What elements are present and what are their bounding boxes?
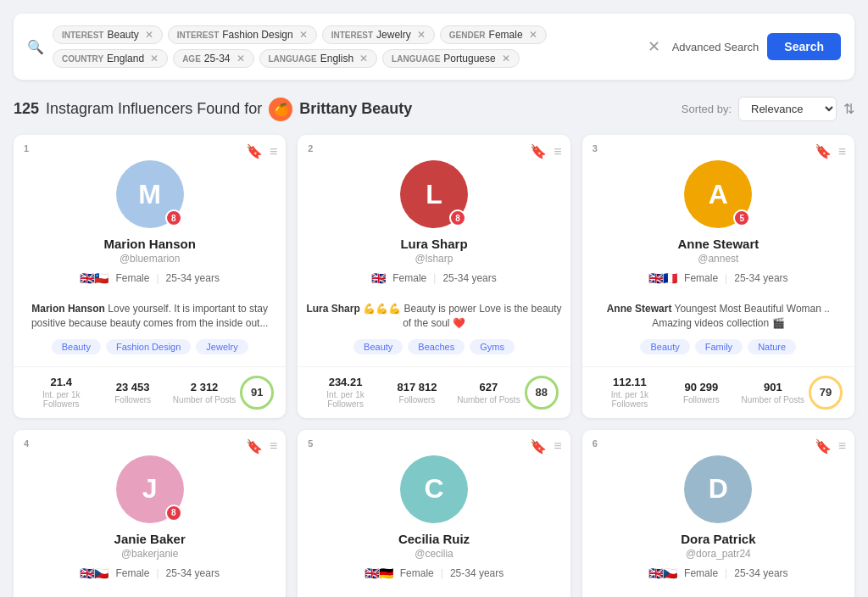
flag-icon: 🇬🇧🇨🇿 bbox=[80, 566, 108, 580]
influencer-handle: @annest bbox=[698, 253, 738, 265]
tag-value: Female bbox=[489, 29, 523, 41]
tag-lang-portuguese: LANGUAGE Portuguese ✕ bbox=[382, 49, 520, 68]
interest-tag: Beaches bbox=[408, 339, 465, 354]
sort-label: Sorted by: bbox=[682, 103, 732, 115]
avatar-wrap: D bbox=[684, 455, 752, 523]
menu-button[interactable]: ≡ bbox=[270, 438, 277, 455]
tag-gender-female: GENDER Female ✕ bbox=[440, 25, 547, 44]
meta-row: 🇬🇧🇫🇷 Female | 25-34 years bbox=[648, 271, 788, 285]
bookmark-button[interactable]: 🔖 bbox=[815, 143, 832, 159]
interest-tag: Fashion Design bbox=[106, 339, 191, 354]
sort-order-icon[interactable]: ⇅ bbox=[843, 101, 854, 117]
flag-icon: 🇬🇧🇨🇿 bbox=[648, 566, 677, 580]
stat-engagement-label: Int. per 1k Followers bbox=[594, 390, 665, 409]
influencer-name: Lura Sharp bbox=[400, 237, 467, 251]
meta-row: 🇬🇧🇨🇿 Female | 25-34 years bbox=[648, 566, 788, 580]
age-range: 25-34 years bbox=[450, 567, 504, 579]
tag-value: England bbox=[107, 53, 144, 64]
card-top: M 8 Marion Hanson @bluemarion 🇬🇧🇨🇱 Femal… bbox=[14, 135, 286, 302]
sort-select[interactable]: RelevanceFollowersEngagement bbox=[738, 97, 837, 121]
stat-engagement: 21.4 Int. per 1k Followers bbox=[25, 376, 97, 409]
bio-name: Marion Hanson bbox=[31, 303, 105, 315]
gender: Female bbox=[684, 567, 718, 579]
tag-close-icon[interactable]: ✕ bbox=[299, 29, 308, 41]
stat-posts: 901 Number of Posts bbox=[737, 381, 809, 405]
menu-button[interactable]: ≡ bbox=[838, 143, 846, 159]
bio-text: Lura Sharp 💪💪💪 Beauty is power Love is t… bbox=[298, 302, 570, 339]
clear-button[interactable]: ✕ bbox=[644, 34, 664, 59]
tag-label: GENDER bbox=[449, 31, 486, 40]
tag-label: LANGUAGE bbox=[269, 54, 317, 64]
avatar: C bbox=[400, 455, 468, 523]
results-title: 125 Instagram Influencers Found for 🍊 Br… bbox=[14, 98, 412, 121]
card-top: A 5 Anne Stewart @annest 🇬🇧🇫🇷 Female | 2… bbox=[582, 135, 854, 302]
tag-close-icon[interactable]: ✕ bbox=[417, 29, 426, 41]
tag-value: Jewelry bbox=[376, 29, 411, 41]
tag-label: INTEREST bbox=[331, 31, 373, 40]
tag-close-icon[interactable]: ✕ bbox=[145, 29, 153, 41]
influencer-name: Dora Patrick bbox=[681, 532, 755, 546]
score-circle: 88 bbox=[525, 376, 559, 410]
card-actions: 🔖 ≡ bbox=[530, 438, 561, 455]
tag-interest-fashion: INTEREST Fashion Design ✕ bbox=[168, 25, 317, 44]
stat-engagement-value: 112.11 bbox=[613, 376, 647, 388]
gender: Female bbox=[400, 567, 434, 579]
stat-posts-label: Number of Posts bbox=[173, 395, 236, 405]
tag-value: Portuguese bbox=[443, 53, 495, 64]
stat-engagement-value: 234.21 bbox=[329, 376, 363, 388]
age-range: 25-34 years bbox=[734, 567, 787, 579]
meta-row: 🇬🇧🇩🇪 Female | 25-34 years bbox=[364, 566, 504, 580]
bookmark-button[interactable]: 🔖 bbox=[530, 438, 547, 455]
menu-button[interactable]: ≡ bbox=[838, 438, 846, 455]
tag-close-icon[interactable]: ✕ bbox=[150, 53, 159, 64]
influencer-handle: @bluemarion bbox=[120, 253, 181, 265]
card-rank: 2 bbox=[308, 143, 313, 153]
menu-button[interactable]: ≡ bbox=[270, 143, 277, 159]
stat-engagement: 112.11 Int. per 1k Followers bbox=[594, 376, 665, 409]
stat-posts-value: 901 bbox=[764, 381, 782, 393]
bookmark-button[interactable]: 🔖 bbox=[815, 438, 832, 455]
avatar-badge: 8 bbox=[449, 209, 466, 226]
tag-close-icon[interactable]: ✕ bbox=[502, 53, 510, 64]
stat-posts-value: 627 bbox=[480, 381, 498, 393]
card-stats: 234.21 Int. per 1k Followers 817 812 Fol… bbox=[298, 366, 570, 418]
card-rank: 6 bbox=[593, 438, 598, 449]
search-button[interactable]: Search bbox=[767, 33, 841, 60]
gender: Female bbox=[392, 272, 426, 284]
tag-close-icon[interactable]: ✕ bbox=[359, 53, 368, 64]
menu-button[interactable]: ≡ bbox=[554, 143, 561, 159]
bookmark-button[interactable]: 🔖 bbox=[246, 143, 263, 159]
bookmark-button[interactable]: 🔖 bbox=[530, 143, 547, 159]
score-circle: 79 bbox=[809, 376, 843, 410]
stat-followers-value: 23 453 bbox=[116, 381, 150, 393]
interest-tag: Beauty bbox=[353, 339, 403, 354]
influencer-grid: 1 🔖 ≡ M 8 Marion Hanson @bluemarion 🇬🇧🇨🇱… bbox=[14, 135, 854, 597]
bookmark-button[interactable]: 🔖 bbox=[246, 438, 263, 455]
tag-close-icon[interactable]: ✕ bbox=[236, 53, 245, 64]
card-rank: 5 bbox=[308, 438, 313, 449]
avatar-wrap: A 5 bbox=[684, 160, 752, 228]
search-actions: ✕ Advanced Search Search bbox=[644, 33, 841, 60]
influencer-name: Cecilia Ruiz bbox=[398, 532, 470, 546]
stat-followers-label: Followers bbox=[683, 395, 720, 405]
sort-area: Sorted by: RelevanceFollowersEngagement … bbox=[682, 97, 854, 121]
stat-followers-label: Followers bbox=[399, 395, 436, 405]
card-actions: 🔖 ≡ bbox=[246, 143, 277, 159]
avatar-wrap: M 8 bbox=[116, 160, 184, 228]
stat-posts-label: Number of Posts bbox=[742, 395, 804, 405]
menu-button[interactable]: ≡ bbox=[554, 438, 561, 455]
interest-tag: Gyms bbox=[470, 339, 515, 354]
interest-tag: Family bbox=[695, 339, 743, 354]
age-range: 25-34 years bbox=[442, 272, 496, 284]
age-range: 25-34 years bbox=[734, 272, 787, 284]
interest-tag: Beauty bbox=[640, 339, 689, 354]
brand-logo: 🍊 bbox=[269, 98, 292, 121]
advanced-search-button[interactable]: Advanced Search bbox=[672, 41, 760, 53]
tag-close-icon[interactable]: ✕ bbox=[529, 29, 537, 41]
card-top: D Dora Patrick @dora_patr24 🇬🇧🇨🇿 Female … bbox=[582, 430, 854, 597]
card-actions: 🔖 ≡ bbox=[815, 143, 846, 159]
gender: Female bbox=[115, 272, 149, 284]
influencer-card: 1 🔖 ≡ M 8 Marion Hanson @bluemarion 🇬🇧🇨🇱… bbox=[14, 135, 286, 418]
tag-value: Beauty bbox=[107, 29, 138, 41]
interest-tag: Beauty bbox=[52, 339, 101, 354]
